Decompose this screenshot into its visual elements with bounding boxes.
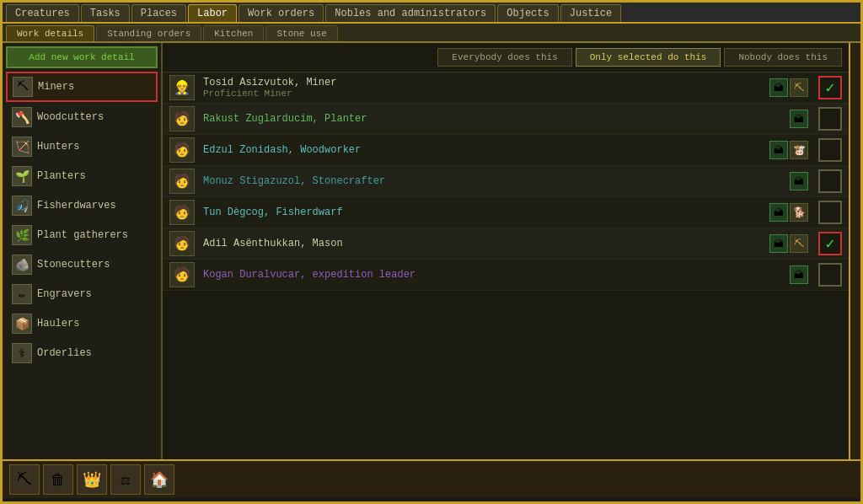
tab-objects[interactable]: Objects [497, 4, 558, 22]
worker-skill-icons: 🏔 [790, 172, 808, 190]
tab-standing-orders[interactable]: Standing orders [96, 25, 201, 41]
taskbar: ⛏ 🗑 👑 ⚖ 🏠 [3, 459, 860, 498]
skill-icon-1: 🏔 [769, 234, 788, 253]
taskbar-icon-crown[interactable]: 👑 [77, 464, 107, 495]
worker-name: Monuz Stigazuzol, Stonecrafter [203, 175, 790, 187]
worker-skill-icons: 🏔 ⛏ [769, 234, 808, 253]
worker-list: 👷 Tosid Asizvutok, Miner Proficient Mine… [163, 72, 849, 459]
sidebar: Add new work detail ⛏ Miners 🪓 Woodcutte… [3, 43, 163, 459]
sidebar-item-stonecutters-label: Stonecutters [37, 259, 110, 271]
table-row: 🧑 Rakust Zuglarducim, Planter 🏔 [163, 104, 849, 135]
worker-checkbox[interactable] [818, 107, 842, 131]
miners-icon: ⛏ [13, 77, 33, 97]
tab-justice[interactable]: Justice [560, 4, 621, 22]
worker-skill-icons: 🏔 🐕 [769, 203, 808, 222]
table-row: 🧑 Kogan Duralvucar, expedition leader 🏔 [163, 260, 849, 291]
worker-name: Adil Asënthukkan, Mason [203, 238, 769, 249]
stonecutters-icon: 🪨 [12, 255, 32, 275]
worker-checkbox[interactable]: ✓ [818, 232, 842, 255]
filter-nobody-button[interactable]: Nobody does this [724, 48, 842, 67]
top-nav: Creatures Tasks Places Labor Work orders… [3, 3, 860, 24]
worker-checkbox[interactable] [818, 169, 842, 193]
avatar: 🧑 [169, 200, 195, 225]
filter-bar: Everybody does this Only selected do thi… [163, 43, 849, 72]
taskbar-icon-home[interactable]: 🏠 [144, 464, 174, 495]
right-edge-decoration [849, 43, 860, 459]
tab-stone-use[interactable]: Stone use [265, 25, 337, 41]
sidebar-item-hunters[interactable]: 🏹 Hunters [6, 132, 158, 161]
checkmark-icon: ✓ [826, 234, 835, 253]
worker-checkbox[interactable] [818, 263, 842, 287]
tab-places[interactable]: Places [131, 4, 186, 22]
worker-checkbox[interactable] [818, 201, 842, 224]
worker-name: Kogan Duralvucar, expedition leader [203, 269, 790, 281]
main-content: Add new work detail ⛏ Miners 🪓 Woodcutte… [3, 43, 860, 459]
sidebar-item-fisherdwarves[interactable]: 🎣 Fisherdwarves [6, 191, 158, 220]
tab-labor[interactable]: Labor [188, 4, 237, 22]
sidebar-item-planters[interactable]: 🌱 Planters [6, 162, 158, 190]
table-row: 🧑 Tun Dègcog, Fisherdwarf 🏔 🐕 [163, 197, 849, 228]
sidebar-item-engravers[interactable]: ✏ Engravers [6, 280, 158, 308]
sidebar-item-stonecutters[interactable]: 🪨 Stonecutters [6, 250, 158, 279]
table-row: 👷 Tosid Asizvutok, Miner Proficient Mine… [163, 72, 849, 104]
avatar: 👷 [169, 75, 195, 100]
sidebar-item-orderlies[interactable]: ⚕ Orderlies [6, 339, 158, 367]
worker-name: Tun Dègcog, Fisherdwarf [203, 206, 769, 218]
sidebar-item-miners[interactable]: ⛏ Miners [6, 72, 158, 102]
right-content: Everybody does this Only selected do thi… [163, 43, 849, 459]
table-row: 🧑 Adil Asënthukkan, Mason 🏔 ⛏ ✓ [163, 228, 849, 260]
taskbar-icon-scales[interactable]: ⚖ [110, 464, 141, 495]
tab-tasks[interactable]: Tasks [81, 4, 130, 22]
table-row: 🧑 Monuz Stigazuzol, Stonecrafter 🏔 [163, 166, 849, 197]
worker-skill-icons: 🏔 ⛏ [769, 78, 808, 97]
worker-skill-icons: 🏔 🐮 [769, 141, 808, 159]
skill-icon-2: 🐕 [790, 203, 808, 222]
worker-info: Tosid Asizvutok, Miner Proficient Miner [203, 77, 769, 99]
taskbar-icon-trash[interactable]: 🗑 [43, 464, 73, 495]
sidebar-item-miners-label: Miners [38, 81, 74, 93]
filter-only-selected-button[interactable]: Only selected do this [576, 48, 721, 67]
worker-subtitle: Proficient Miner [203, 88, 769, 99]
sidebar-item-plant-gatherers[interactable]: 🌿 Plant gatherers [6, 221, 158, 249]
sidebar-item-engravers-label: Engravers [37, 288, 92, 300]
tab-nobles[interactable]: Nobles and administrators [325, 4, 496, 22]
tab-kitchen[interactable]: Kitchen [203, 25, 264, 41]
tab-creatures[interactable]: Creatures [6, 4, 79, 22]
avatar: 🧑 [169, 106, 195, 131]
sidebar-item-woodcutters-label: Woodcutters [37, 111, 104, 123]
table-row: 🧑 Edzul Zonidash, Woodworker 🏔 🐮 [163, 135, 849, 166]
avatar: 🧑 [169, 262, 195, 287]
avatar: 🧑 [169, 137, 195, 163]
worker-name: Tosid Asizvutok, Miner [203, 77, 769, 88]
worker-checkbox[interactable] [818, 138, 842, 162]
sidebar-item-hunters-label: Hunters [37, 141, 79, 153]
sidebar-item-woodcutters[interactable]: 🪓 Woodcutters [6, 103, 158, 131]
filter-everybody-button[interactable]: Everybody does this [437, 48, 571, 67]
sidebar-item-fisherdwarves-label: Fisherdwarves [37, 200, 116, 212]
skill-icon-1: 🏔 [769, 203, 788, 222]
worker-skill-icons: 🏔 [790, 265, 808, 284]
skill-icon-1: 🏔 [769, 141, 788, 159]
skill-icon-1: 🏔 [790, 110, 808, 128]
add-work-detail-button[interactable]: Add new work detail [6, 46, 158, 68]
avatar: 🧑 [169, 231, 195, 256]
worker-name: Rakust Zuglarducim, Planter [203, 113, 790, 125]
plant-gatherers-icon: 🌿 [12, 225, 32, 245]
taskbar-icon-pickaxe[interactable]: ⛏ [9, 464, 40, 495]
sidebar-item-planters-label: Planters [37, 170, 86, 182]
tab-work-orders[interactable]: Work orders [239, 4, 324, 22]
worker-name: Edzul Zonidash, Woodworker [203, 144, 769, 156]
avatar: 🧑 [169, 169, 195, 194]
worker-info: Adil Asënthukkan, Mason [203, 238, 769, 249]
worker-info: Monuz Stigazuzol, Stonecrafter [203, 175, 790, 187]
sidebar-item-haulers[interactable]: 📦 Haulers [6, 309, 158, 338]
skill-icon-1: 🏔 [790, 265, 808, 284]
worker-info: Kogan Duralvucar, expedition leader [203, 269, 790, 281]
fisherdwarves-icon: 🎣 [12, 196, 32, 216]
orderlies-icon: ⚕ [12, 343, 32, 363]
sidebar-item-orderlies-label: Orderlies [37, 347, 92, 359]
worker-checkbox[interactable]: ✓ [818, 76, 842, 99]
tab-work-details[interactable]: Work details [6, 25, 94, 41]
haulers-icon: 📦 [12, 314, 32, 334]
engravers-icon: ✏ [12, 284, 32, 304]
